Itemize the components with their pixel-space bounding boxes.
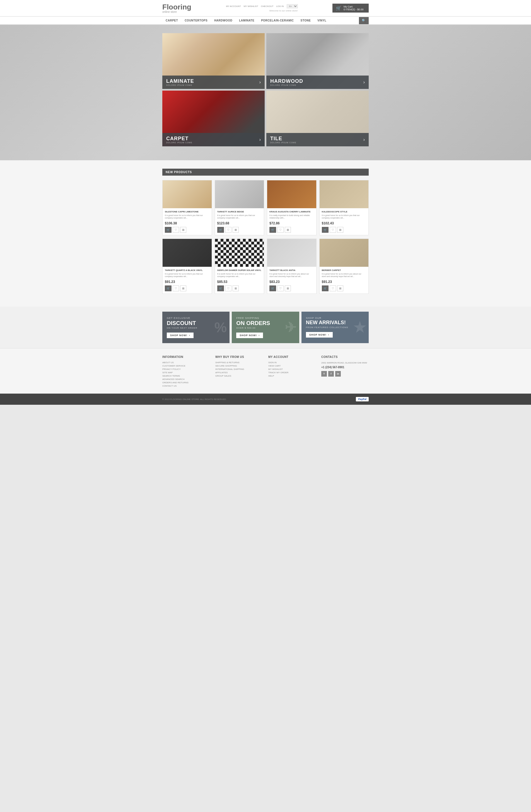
product-card-4: KALEIDOSCOPE STYLE It is great honor for… xyxy=(319,180,369,235)
cart-button[interactable]: 🛒 My Cart: 0 ITEM(S) - $0.00 xyxy=(332,4,369,13)
compare-7[interactable]: ⊞ xyxy=(285,286,291,291)
footer-link-customer-service[interactable]: CUSTOMER SERVICE xyxy=(162,365,210,367)
footer-link-track[interactable]: TRACK MY ORDER xyxy=(268,371,316,374)
footer-col-title-contacts: CONTACTS xyxy=(321,356,369,359)
hero-arrow-carpet: › xyxy=(259,137,261,142)
compare-3[interactable]: ⊞ xyxy=(285,227,291,233)
paypal-logo[interactable]: PayPal xyxy=(356,397,369,402)
add-to-cart-7[interactable]: 🛒 xyxy=(269,286,276,291)
wishlist-5[interactable]: ♡ xyxy=(173,286,179,291)
hero-subtitle-laminate: DOLORE IPSUM COME xyxy=(166,84,194,86)
add-to-cart-8[interactable]: 🛒 xyxy=(322,286,329,291)
footer-col-title-account: MY ACCOUNT xyxy=(268,356,316,359)
add-to-cart-4[interactable]: 🛒 xyxy=(322,227,329,233)
copyright: © 2013 FLOORING ONLINE STORE. ALL RIGHTS… xyxy=(162,398,227,401)
banner-btn-arrivals[interactable]: SHOP NOW! › xyxy=(306,332,333,337)
product-price-6: $85.53 xyxy=(217,280,262,284)
footer-link-group-sales[interactable]: GROUP SALES xyxy=(215,375,263,377)
nav-laminate[interactable]: LAMINATE xyxy=(236,17,258,24)
hero-subtitle-tile: DOLORE IPSUM COME xyxy=(270,142,297,144)
nav-hardwood[interactable]: HARDWOOD xyxy=(211,17,236,24)
footer-col-account: MY ACCOUNT SIGN IN VIEW CART MY WISHLIST… xyxy=(268,356,316,388)
footer-link-viewcart[interactable]: VIEW CART xyxy=(268,365,316,367)
footer-link-help[interactable]: HELP xyxy=(268,375,316,377)
social-twitter[interactable]: T xyxy=(321,371,327,377)
nav-countertops[interactable]: COUNTERTOPS xyxy=(181,17,211,24)
hero-item-tile[interactable]: TILE DOLORE IPSUM COME › xyxy=(266,91,369,146)
wishlist-8[interactable]: ♡ xyxy=(330,286,336,291)
banner-sub-shipping: FREE SHIPPING xyxy=(236,317,295,319)
compare-2[interactable]: ⊞ xyxy=(233,227,239,233)
product-price-3: $72.86 xyxy=(269,221,314,225)
wishlist-4[interactable]: ♡ xyxy=(330,227,336,233)
footer-link-about[interactable]: ABOUT US xyxy=(162,361,210,364)
product-name-5: TARKETT QUARTZ A BLACK VINYL xyxy=(165,269,210,272)
cart-items: 0 ITEM(S) - $0.00 xyxy=(344,8,364,11)
footer-link-signin[interactable]: SIGN IN xyxy=(268,361,316,364)
nav-stone[interactable]: STONE xyxy=(297,17,314,24)
footer-link-shipping-returns[interactable]: SHIPPING & RETURNS xyxy=(215,361,263,364)
my-wishlist-link[interactable]: MY WISHLIST xyxy=(244,5,258,8)
footer-link-search-terms[interactable]: SEARCH TERMS xyxy=(162,375,210,377)
logo[interactable]: Flooring online store xyxy=(162,3,191,13)
product-card-6: GERFLOR DAMIER SUPER SOLAR VINYL It is w… xyxy=(215,238,264,294)
add-to-cart-5[interactable]: 🛒 xyxy=(165,286,172,291)
add-to-cart-3[interactable]: 🛒 xyxy=(269,227,276,233)
search-button[interactable]: 🔍 xyxy=(359,17,369,24)
product-desc-7: It is great honor for us to inform you a… xyxy=(269,273,314,278)
product-desc-5: It is great honor for us to inform you t… xyxy=(165,273,210,278)
footer-phone: +1 (234) 567-8901 xyxy=(321,366,369,369)
footer-link-international[interactable]: INTERNATIONAL SHIPPING xyxy=(215,368,263,371)
footer-link-secure[interactable]: SECURE SHOPPING xyxy=(215,365,263,367)
banner-symbol-arrivals: ★ xyxy=(353,319,366,336)
checkout-link[interactable]: CHECKOUT xyxy=(261,5,274,8)
banner-symbol-discount: % xyxy=(214,319,227,336)
compare-8[interactable]: ⊞ xyxy=(337,286,343,291)
product-price-1: $106.38 xyxy=(165,221,210,225)
hero-subtitle-carpet: DOLORE IPSUM COME xyxy=(166,142,192,144)
footer-link-affiliates[interactable]: AFFILIATES xyxy=(215,371,263,374)
product-desc-6: It is worth honor for us to inform you t… xyxy=(217,273,262,278)
nav-carpet[interactable]: CARPET xyxy=(162,17,181,24)
compare-6[interactable]: ⊞ xyxy=(233,286,239,291)
social-linkedin[interactable]: in xyxy=(335,371,341,377)
compare-4[interactable]: ⊞ xyxy=(337,227,343,233)
footer-link-mywishlist[interactable]: MY WISHLIST xyxy=(268,368,316,371)
banners-section: % GET EXCLUSIVE DISCOUNT ON YOUR NEXT OR… xyxy=(0,307,531,348)
footer-col-why: WHY BUY FROM US SHIPPING & RETURNS SECUR… xyxy=(215,356,263,388)
footer-top: INFORMATION ABOUT US CUSTOMER SERVICE PR… xyxy=(0,348,531,394)
wishlist-6[interactable]: ♡ xyxy=(225,286,231,291)
banner-btn-discount[interactable]: SHOP NOW! › xyxy=(167,333,193,338)
banner-sub-arrivals: SHOP OUR xyxy=(306,317,364,319)
banner-btn-shipping[interactable]: SHOP NOW! › xyxy=(236,333,263,338)
wishlist-7[interactable]: ♡ xyxy=(277,286,284,291)
add-to-cart-2[interactable]: 🛒 xyxy=(217,227,224,233)
product-card-3: KRAUS AUGUSTA CHERRY LAMINATE It is real… xyxy=(267,180,317,235)
social-facebook[interactable]: f xyxy=(328,371,334,377)
product-card-2: TARKETT AURICE BEIGE It is great honor f… xyxy=(215,180,264,235)
footer-link-advanced-search[interactable]: ADVANCED SEARCH xyxy=(162,378,210,380)
hero-item-carpet[interactable]: CARPET DOLORE IPSUM COME › xyxy=(162,91,265,146)
language-selector[interactable]: En xyxy=(287,4,298,9)
footer-link-privacy[interactable]: PRIVACY POLICY xyxy=(162,368,210,371)
footer-link-sitemap[interactable]: SITE MAP xyxy=(162,371,210,374)
nav-porcelain-ceramic[interactable]: PORCELAIN-CERAMIC xyxy=(258,17,297,24)
cart-label: My Cart: xyxy=(344,5,364,8)
products-section: NEW PRODUCTS SILESTONE CAPRI LIMESTONE I… xyxy=(0,160,531,307)
wishlist-2[interactable]: ♡ xyxy=(225,227,231,233)
footer-col-title-why: WHY BUY FROM US xyxy=(215,356,263,359)
compare-1[interactable]: ⊞ xyxy=(180,227,186,233)
hero-item-hardwood[interactable]: HARDWOOD DOLORE IPSUM COME › xyxy=(266,33,369,89)
my-account-link[interactable]: MY ACCOUNT xyxy=(226,5,241,8)
wishlist-1[interactable]: ♡ xyxy=(173,227,179,233)
footer-link-contact[interactable]: CONTACT US xyxy=(162,385,210,387)
add-to-cart-6[interactable]: 🛒 xyxy=(217,286,224,291)
add-to-cart-1[interactable]: 🛒 xyxy=(165,227,172,233)
compare-5[interactable]: ⊞ xyxy=(180,286,186,291)
hero-label-laminate: LAMINATE xyxy=(166,78,194,84)
wishlist-3[interactable]: ♡ xyxy=(277,227,284,233)
footer-link-orders-returns[interactable]: ORDERS AND RETURNS xyxy=(162,381,210,384)
hero-item-laminate[interactable]: LAMINATE DOLORE IPSUM COME › xyxy=(162,33,265,89)
login-link[interactable]: LOG IN xyxy=(276,5,284,8)
nav-vinyl[interactable]: VINYL xyxy=(314,17,330,24)
